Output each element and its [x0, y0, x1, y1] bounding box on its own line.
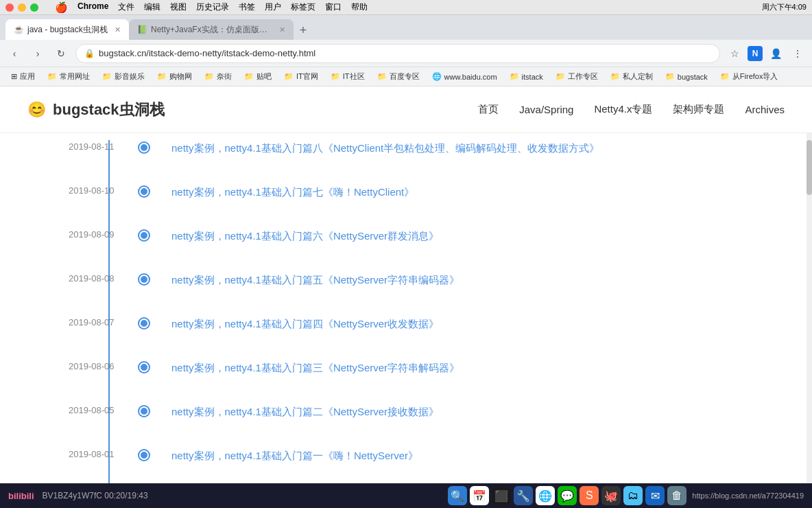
maximize-button[interactable]	[30, 3, 38, 12]
timeline-dot	[139, 319, 149, 328]
timeline-link[interactable]: netty案例，netty4.1基础入门篇一《嗨！NettyServer》	[171, 450, 418, 461]
folder-icon-it: 📁	[284, 72, 294, 81]
bookmark-baidu-www-label: www.baidu.com	[444, 73, 497, 81]
dock-sublime[interactable]: S	[580, 486, 599, 505]
bookmark-shopping[interactable]: 📁 购物网	[152, 70, 198, 83]
folder-icon-nai: 📁	[204, 72, 214, 81]
bookmark-work-zone[interactable]: 📁 工作专区	[550, 70, 604, 83]
folder-icon-private: 📁	[610, 72, 620, 81]
timeline-link[interactable]: netty案例，netty4.1基础入门篇五《NettyServer字符串编码器…	[171, 274, 459, 286]
timeline-link[interactable]: netty案例，netty4.1基础入门篇八《NettyClient半包粘包处理…	[171, 142, 599, 154]
timeline-dot-wrapper	[130, 184, 158, 196]
close-button[interactable]	[5, 3, 14, 12]
menu-bookmarks[interactable]: 书签	[239, 1, 255, 13]
timeline-link[interactable]: netty案例，netty4.1基础入门篇七《嗨！NettyClient》	[171, 186, 414, 198]
dock-mail[interactable]: ✉	[645, 486, 665, 505]
nav-archives[interactable]: Archives	[745, 104, 785, 115]
bookmark-firefox-import[interactable]: 📁 从Firefox导入	[715, 70, 784, 83]
bookmark-nai-label: 奈街	[217, 71, 232, 82]
bookmark-baidu-zone[interactable]: 📁 百度专区	[372, 70, 425, 83]
timeline-content: netty案例，netty4.1基础入门篇七《嗨！NettyClient》	[158, 184, 785, 200]
video-info: BV1BZ4y1W7fC 00:20/19:43	[43, 491, 443, 500]
timeline-content: netty案例，netty4.1基础入门篇五《NettyServer字符串编码器…	[158, 272, 785, 288]
bookmark-common-urls[interactable]: 📁 常用网址	[42, 70, 95, 83]
url-bar[interactable]: 🔒 bugstack.cn/itstack-demo-netty/itstack…	[75, 44, 720, 63]
scrollbar-track[interactable]	[807, 133, 812, 483]
bilibili-logo: bilibili	[8, 491, 34, 501]
nav-architect[interactable]: 架构师专题	[673, 103, 724, 116]
menu-window[interactable]: 窗口	[325, 1, 342, 13]
refresh-button[interactable]: ↻	[52, 45, 70, 62]
bookmark-itstack-label: itstack	[522, 73, 543, 81]
dock-files[interactable]: 🗂	[623, 486, 643, 505]
timeline-date: 2019-08-11	[69, 140, 130, 152]
chrome-toolbar-icons: ☆ N 👤 ⋮	[726, 45, 807, 62]
menu-history[interactable]: 历史记录	[196, 1, 229, 13]
dock-terminal[interactable]: ⬛	[492, 486, 511, 505]
menu-edit[interactable]: 编辑	[144, 1, 160, 13]
chrome-menu-icon[interactable]: ⋮	[789, 45, 807, 62]
tab-close-java[interactable]: ✕	[115, 25, 121, 34]
timeline-link[interactable]: netty案例，netty4.1基础入门篇四《NettyServer收发数据》	[171, 318, 439, 330]
extensions-icon[interactable]: N	[748, 46, 763, 61]
timeline-content: netty案例，netty4.1基础入门篇八《NettyClient半包粘包处理…	[158, 140, 785, 157]
timeline-link[interactable]: netty案例，netty4.1基础入门篇六《NettyServer群发消息》	[171, 230, 439, 242]
chrome-addressbar: ‹ › ↻ 🔒 bugstack.cn/itstack-demo-netty/i…	[0, 40, 812, 67]
timeline-dot	[139, 406, 149, 416]
bookmark-bugstack[interactable]: 📁 bugstack	[660, 71, 713, 82]
menu-chrome[interactable]: Chrome	[77, 1, 108, 13]
apple-menu[interactable]: 🍎	[55, 1, 68, 14]
bookmark-baidu-www[interactable]: 🌐 www.baidu.com	[427, 71, 503, 82]
nav-java-spring[interactable]: Java/Spring	[519, 104, 573, 115]
bookmark-nai[interactable]: 📁 奈街	[199, 70, 237, 83]
forward-button[interactable]: ›	[29, 45, 47, 62]
bookmark-it-official[interactable]: 📁 IT官网	[278, 70, 324, 83]
dock-chrome[interactable]: 🌐	[536, 486, 555, 505]
menu-user[interactable]: 用户	[265, 1, 281, 13]
minimize-button[interactable]	[18, 3, 26, 12]
menu-view[interactable]: 视图	[170, 1, 187, 13]
menu-help[interactable]: 帮助	[351, 1, 368, 13]
timeline-dot-wrapper	[130, 272, 158, 284]
timeline-content: netty案例，netty4.1基础入门篇四《NettyServer收发数据》	[158, 316, 785, 332]
profile-icon[interactable]: 👤	[767, 45, 785, 62]
back-button[interactable]: ‹	[5, 45, 23, 62]
timeline-link[interactable]: netty案例，netty4.1基础入门篇三《NettyServer字符串解码器…	[171, 362, 459, 373]
bookmark-private[interactable]: 📁 私人定制	[605, 70, 658, 83]
site-logo[interactable]: 😊 bugstack虫洞栈	[27, 100, 165, 120]
bookmark-tieba[interactable]: 📁 贴吧	[239, 70, 277, 83]
timeline-item: 2019-08-11 netty案例，netty4.1基础入门篇八《NettyC…	[69, 140, 785, 157]
bookmark-apps[interactable]: ⊞ 应用	[5, 70, 40, 83]
dock-calendar[interactable]: 📅	[470, 486, 489, 505]
tab-close-netty[interactable]: ✕	[279, 25, 285, 34]
bookmark-media[interactable]: 📁 影音娱乐	[97, 70, 150, 83]
scrollbar-thumb[interactable]	[807, 140, 812, 195]
bookmark-bugstack-label: bugstack	[678, 73, 708, 81]
traffic-lights	[5, 3, 38, 12]
menu-tabs[interactable]: 标签页	[291, 1, 315, 13]
dock-finder[interactable]: 🔍	[448, 486, 467, 505]
timeline-dot	[139, 362, 149, 372]
tab-java-bugstack[interactable]: ☕ java - bugstack虫洞栈 ✕	[5, 19, 129, 40]
bookmark-star-icon[interactable]: ☆	[726, 45, 743, 62]
dock-wechat[interactable]: 💬	[558, 486, 577, 505]
dock-ide[interactable]: 🔧	[514, 486, 533, 505]
timeline-dot-wrapper	[130, 228, 158, 240]
bookmark-it-community[interactable]: 📁 IT社区	[325, 70, 370, 83]
tab-netty-javafx[interactable]: 📗 Netty+JavaFx实战：仿桌面版微... ✕	[129, 19, 294, 40]
folder-icon-bugstack: 📁	[665, 72, 675, 81]
nav-home[interactable]: 首页	[478, 103, 499, 116]
dock-github[interactable]: 🐙	[601, 486, 621, 505]
timeline-dot-wrapper	[130, 360, 158, 372]
timeline-link[interactable]: netty案例，netty4.1基础入门篇二《NettyServer接收数据》	[171, 406, 439, 417]
menu-file[interactable]: 文件	[118, 1, 134, 13]
new-tab-button[interactable]: +	[294, 21, 313, 40]
bookmark-itstack[interactable]: 📁 itstack	[504, 71, 549, 82]
bookmark-shopping-label: 购物网	[169, 71, 192, 82]
folder-icon-itstack: 📁	[510, 72, 519, 81]
folder-icon-media: 📁	[102, 72, 112, 81]
dock-trash[interactable]: 🗑	[667, 486, 686, 505]
nav-netty4x[interactable]: Netty4.x专题	[594, 103, 652, 116]
bookmark-common-label: 常用网址	[60, 71, 90, 82]
macos-menubar: 🍎 Chrome 文件 编辑 视图 历史记录 书签 用户 标签页 窗口 帮助 周…	[0, 0, 812, 15]
